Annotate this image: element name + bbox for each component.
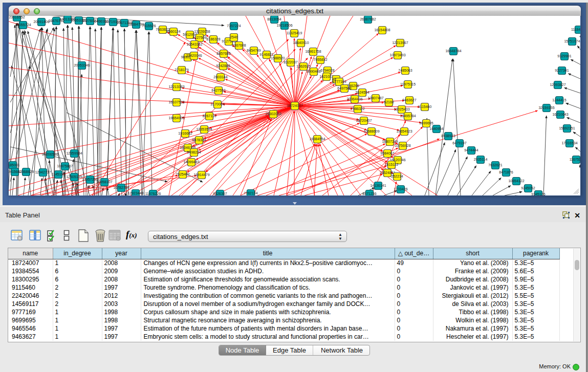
svg-text:9146821: 9146821 [259, 53, 273, 56]
svg-text:7782134: 7782134 [244, 191, 257, 195]
svg-text:16782759: 16782759 [113, 186, 129, 189]
svg-text:7986322: 7986322 [351, 107, 364, 111]
svg-text:5878334: 5878334 [192, 138, 206, 142]
svg-text:8454749: 8454749 [247, 49, 260, 52]
svg-text:12093827: 12093827 [550, 83, 565, 86]
svg-text:8322037: 8322037 [284, 60, 297, 64]
svg-text:12359934: 12359934 [66, 151, 82, 155]
svg-text:10543362: 10543362 [186, 42, 202, 46]
svg-text:12923448: 12923448 [127, 191, 143, 195]
svg-text:26387682: 26387682 [360, 17, 376, 21]
svg-text:6497568: 6497568 [337, 86, 351, 90]
svg-text:2935114: 2935114 [474, 158, 488, 161]
svg-text:10688609: 10688609 [363, 129, 379, 133]
svg-text:2185001: 2185001 [9, 163, 20, 167]
svg-text:9699695: 9699695 [419, 121, 433, 125]
svg-text:12353594: 12353594 [196, 127, 212, 131]
svg-text:20206586: 20206586 [42, 152, 58, 156]
svg-text:7485063: 7485063 [398, 69, 412, 72]
svg-text:9115460: 9115460 [418, 105, 432, 108]
svg-text:2546: 2546 [230, 35, 238, 39]
svg-text:20053346: 20053346 [74, 63, 90, 67]
svg-text:1640954: 1640954 [429, 127, 443, 130]
svg-text:16961758: 16961758 [305, 50, 321, 53]
svg-text:6479197: 6479197 [452, 141, 466, 145]
svg-text:1244415: 1244415 [552, 98, 566, 102]
svg-text:19654905: 19654905 [168, 116, 184, 120]
svg-text:1621022: 1621022 [319, 75, 333, 78]
svg-text:1145193: 1145193 [52, 172, 66, 176]
svg-text:1588520: 1588520 [271, 56, 285, 60]
svg-text:252214: 252214 [391, 174, 403, 178]
svg-text:1362615: 1362615 [296, 64, 310, 68]
svg-text:7955812: 7955812 [313, 58, 327, 61]
svg-text:23420046: 23420046 [186, 54, 202, 57]
svg-text:8471876: 8471876 [499, 170, 513, 174]
svg-text:2367608: 2367608 [232, 43, 246, 47]
svg-text:10807487: 10807487 [367, 96, 383, 100]
svg-text:16210643: 16210643 [552, 113, 568, 116]
svg-text:9345126: 9345126 [531, 192, 545, 195]
svg-text:2803144: 2803144 [213, 75, 227, 79]
svg-text:11184371: 11184371 [571, 28, 580, 31]
svg-text:7625402: 7625402 [176, 172, 189, 176]
svg-text:6794028: 6794028 [320, 69, 334, 72]
svg-text:9245052: 9245052 [521, 186, 535, 190]
svg-text:18640910: 18640910 [293, 41, 309, 45]
svg-text:7357224: 7357224 [227, 24, 241, 28]
svg-text:10958107: 10958107 [96, 180, 112, 184]
svg-text:17016534: 17016534 [561, 141, 577, 145]
svg-text:15751074: 15751074 [564, 39, 580, 43]
svg-text:23016552: 23016552 [9, 16, 25, 19]
svg-text:12213383: 12213383 [168, 85, 184, 89]
svg-text:14055724: 14055724 [15, 23, 31, 27]
svg-text:15692351: 15692351 [559, 126, 575, 130]
svg-text:8938923: 8938923 [441, 134, 455, 138]
svg-text:9474444: 9474444 [464, 148, 478, 152]
svg-text:12942737: 12942737 [35, 170, 51, 174]
svg-text:3624554: 3624554 [355, 91, 369, 94]
svg-text:14099483: 14099483 [183, 160, 199, 164]
svg-text:11568629: 11568629 [18, 170, 34, 173]
svg-text:1615112: 1615112 [385, 163, 399, 166]
svg-text:9227341: 9227341 [555, 69, 569, 72]
svg-text:5498224: 5498224 [187, 150, 201, 154]
svg-text:3170064: 3170064 [210, 102, 224, 106]
svg-text:8990448: 8990448 [307, 70, 320, 73]
svg-text:19218506: 19218506 [276, 24, 292, 27]
svg-text:13226058: 13226058 [194, 30, 210, 33]
svg-text:8267110: 8267110 [203, 114, 216, 118]
svg-text:12213967: 12213967 [392, 41, 408, 45]
svg-text:62160: 62160 [384, 100, 394, 104]
svg-text:1167533: 1167533 [570, 158, 580, 161]
svg-text:16154808: 16154808 [374, 28, 390, 32]
svg-text:11476226: 11476226 [145, 192, 161, 195]
svg-text:8457685: 8457685 [216, 52, 230, 55]
svg-text:9777169: 9777169 [332, 80, 346, 83]
svg-text:25302033: 25302033 [265, 112, 281, 116]
svg-text:8186328: 8186328 [206, 37, 220, 41]
svg-text:11325419: 11325419 [287, 31, 302, 35]
svg-text:11975115: 11975115 [400, 82, 416, 86]
svg-text:10975867: 10975867 [57, 164, 73, 168]
svg-text:8813054: 8813054 [267, 17, 281, 21]
svg-text:18724007: 18724007 [287, 104, 302, 107]
svg-text:32159355: 32159355 [538, 106, 554, 110]
svg-text:10025433: 10025433 [394, 107, 409, 111]
svg-text:19654923: 19654923 [396, 129, 412, 133]
svg-text:9242848: 9242848 [216, 64, 230, 68]
svg-text:10654122: 10654122 [508, 179, 524, 183]
svg-text:15720407: 15720407 [356, 119, 372, 122]
svg-text:9826307: 9826307 [213, 192, 227, 195]
svg-text:9084067: 9084067 [380, 151, 394, 155]
svg-text:13495784: 13495784 [400, 114, 416, 118]
svg-text:9329901: 9329901 [557, 54, 571, 58]
svg-text:20364436: 20364436 [346, 97, 362, 101]
svg-text:7515526: 7515526 [142, 24, 156, 28]
svg-text:9463627: 9463627 [402, 98, 416, 102]
svg-text:14136141: 14136141 [370, 184, 386, 187]
svg-text:7632621: 7632621 [488, 163, 502, 167]
svg-text:8660124: 8660124 [166, 30, 180, 33]
svg-text:12505135: 12505135 [66, 175, 82, 179]
svg-text:20691406: 20691406 [33, 20, 49, 24]
